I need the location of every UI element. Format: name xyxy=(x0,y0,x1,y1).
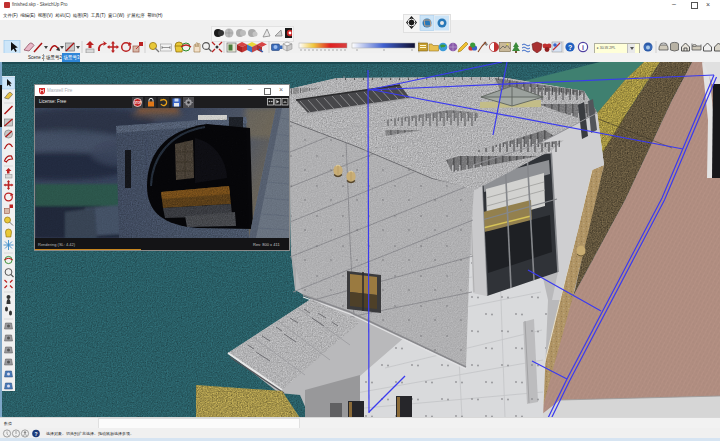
svg-text:STOP: STOP xyxy=(134,100,141,104)
svg-text:?: ? xyxy=(568,44,572,51)
svg-text:?: ? xyxy=(35,430,38,436)
svg-text:i: i xyxy=(582,44,584,51)
